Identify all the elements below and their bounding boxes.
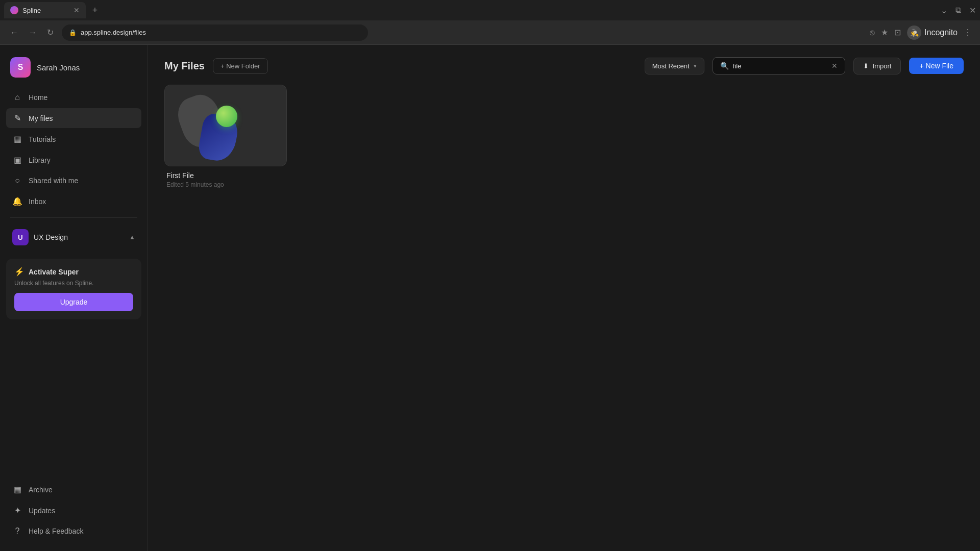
url-text: app.spline.design/files (81, 29, 146, 36)
browser-menu-button[interactable]: ⋮ (964, 28, 972, 37)
upgrade-description: Unlock all features on Spline. (14, 280, 133, 287)
sort-label: Most Recent (652, 62, 690, 70)
file-thumbnail (164, 85, 287, 166)
file-info: First File Edited 5 minutes ago (164, 166, 287, 190)
main-content: My Files + New Folder Most Recent ▾ 🔍 ✕ … (148, 45, 980, 551)
search-input[interactable] (733, 62, 827, 70)
incognito-label: Incognito (924, 28, 958, 37)
home-icon: ⌂ (12, 93, 22, 102)
upgrade-title: Activate Super (29, 268, 79, 276)
sidebar-item-label: Tutorials (29, 135, 56, 143)
app-layout: S Sarah Jonas ⌂ Home ✎ My files ▦ Tutori… (0, 45, 980, 551)
file-meta: Edited 5 minutes ago (166, 181, 285, 188)
search-icon: 🔍 (720, 62, 729, 70)
chevron-up-icon: ▲ (129, 234, 135, 241)
sidebar-item-label: Archive (29, 486, 53, 494)
new-file-label: + New File (919, 62, 953, 70)
upgrade-box: ⚡ Activate Super Unlock all features on … (6, 259, 141, 319)
cast-icon[interactable]: ⎋ (870, 28, 875, 37)
new-folder-button[interactable]: + New Folder (213, 58, 268, 74)
forward-button[interactable]: → (27, 26, 39, 39)
workspace-name: UX Design (34, 233, 68, 241)
page-title: My Files (164, 60, 205, 72)
sidebar: S Sarah Jonas ⌂ Home ✎ My files ▦ Tutori… (0, 45, 148, 551)
address-bar[interactable]: 🔒 app.spline.design/files (62, 24, 368, 41)
archive-icon: ▦ (12, 485, 22, 494)
sidebar-toggle-icon[interactable]: ⊡ (894, 28, 901, 37)
search-bar: 🔍 ✕ (713, 57, 845, 74)
library-icon: ▣ (12, 155, 22, 165)
shared-icon: ○ (12, 176, 22, 185)
incognito-avatar: 🕵 (907, 26, 921, 40)
clear-search-icon[interactable]: ✕ (831, 62, 838, 70)
upgrade-button[interactable]: Upgrade (14, 293, 133, 311)
sidebar-item-label: Shared with me (29, 177, 78, 185)
updates-icon: ✦ (12, 506, 22, 515)
new-tab-button[interactable]: + (88, 3, 102, 17)
file-card[interactable]: First File Edited 5 minutes ago (164, 85, 287, 190)
sidebar-item-archive[interactable]: ▦ Archive (6, 480, 141, 499)
sidebar-workspace: U UX Design ▲ (0, 224, 148, 251)
import-button[interactable]: ⬇ Import (853, 58, 901, 74)
sidebar-item-label: My files (29, 114, 53, 122)
sidebar-item-library[interactable]: ▣ Library (6, 150, 141, 170)
sidebar-item-label: Help & Feedback (29, 527, 83, 535)
window-minimize-button[interactable]: ⌄ (941, 6, 947, 15)
help-icon: ? (12, 527, 22, 536)
window-controls: ⌄ ⧉ ✕ (941, 6, 976, 15)
sidebar-item-label: Updates (29, 507, 55, 515)
lock-icon: 🔒 (69, 29, 77, 36)
workspace-avatar: U (12, 229, 29, 245)
sidebar-user[interactable]: S Sarah Jonas (0, 45, 148, 88)
sidebar-item-home[interactable]: ⌂ Home (6, 88, 141, 107)
back-button[interactable]: ← (8, 26, 20, 39)
upgrade-title-row: ⚡ Activate Super (14, 267, 133, 277)
sidebar-item-inbox[interactable]: 🔔 Inbox (6, 191, 141, 211)
sidebar-item-updates[interactable]: ✦ Updates (6, 500, 141, 520)
files-grid: First File Edited 5 minutes ago (148, 85, 980, 190)
main-header: My Files + New Folder Most Recent ▾ 🔍 ✕ … (148, 45, 980, 85)
sidebar-item-label: Home (29, 93, 47, 102)
import-label: Import (873, 62, 892, 70)
new-folder-label: + New Folder (220, 62, 260, 70)
nav-bar: ← → ↻ 🔒 app.spline.design/files ⎋ ★ ⊡ 🕵 … (0, 20, 980, 45)
chevron-down-icon: ▾ (694, 63, 697, 69)
sidebar-item-shared[interactable]: ○ Shared with me (6, 171, 141, 190)
avatar-initials: S (18, 63, 23, 72)
green-sphere (216, 106, 237, 127)
workspace-header[interactable]: U UX Design ▲ (6, 224, 141, 251)
sidebar-bottom: ▦ Archive ✦ Updates ? Help & Feedback (0, 480, 148, 551)
tutorials-icon: ▦ (12, 134, 22, 144)
new-file-button[interactable]: + New File (909, 58, 964, 74)
tab-close-button[interactable]: ✕ (74, 6, 80, 14)
sidebar-item-help[interactable]: ? Help & Feedback (6, 521, 141, 541)
bookmark-icon[interactable]: ★ (881, 28, 888, 37)
bolt-icon: ⚡ (14, 267, 24, 277)
sort-dropdown[interactable]: Most Recent ▾ (645, 58, 704, 74)
sidebar-item-my-files[interactable]: ✎ My files (6, 108, 141, 128)
import-icon: ⬇ (863, 62, 869, 70)
sidebar-divider (10, 217, 137, 218)
active-tab[interactable]: Spline ✕ (4, 2, 86, 18)
sidebar-item-label: Inbox (29, 197, 46, 206)
sidebar-item-label: Library (29, 156, 51, 164)
file-name: First File (166, 171, 285, 180)
user-name: Sarah Jonas (37, 63, 80, 72)
browser-chrome: Spline ✕ + ⌄ ⧉ ✕ ← → ↻ 🔒 app.spline.desi… (0, 0, 980, 45)
inbox-icon: 🔔 (12, 196, 22, 206)
tab-favicon (10, 6, 18, 14)
avatar: S (10, 57, 31, 78)
nav-extras: ⎋ ★ ⊡ 🕵 Incognito ⋮ (870, 26, 972, 40)
sidebar-nav: ⌂ Home ✎ My files ▦ Tutorials ▣ Library … (0, 88, 148, 211)
incognito-badge[interactable]: 🕵 Incognito (907, 26, 958, 40)
sidebar-item-tutorials[interactable]: ▦ Tutorials (6, 129, 141, 149)
workspace-initials: U (18, 234, 22, 241)
tab-bar: Spline ✕ + ⌄ ⧉ ✕ (0, 0, 980, 20)
window-close-button[interactable]: ✕ (969, 6, 976, 15)
thumbnail-canvas (165, 85, 286, 166)
reload-button[interactable]: ↻ (45, 26, 56, 39)
pencil-icon: ✎ (12, 113, 22, 123)
window-restore-button[interactable]: ⧉ (955, 6, 961, 15)
tab-title: Spline (22, 7, 41, 14)
